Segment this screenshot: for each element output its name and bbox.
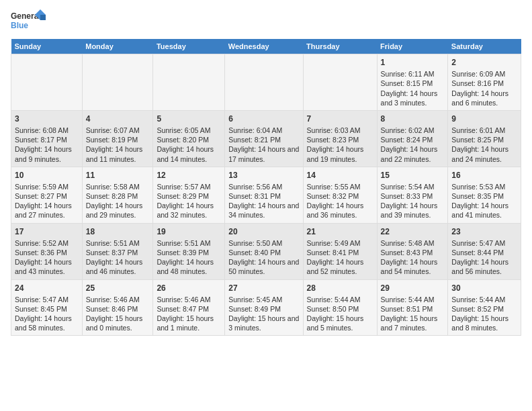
day-number: 22 [381, 226, 445, 237]
day-number: 12 [157, 170, 221, 181]
day-info: Daylight: 14 hours and 19 minutes. [307, 144, 373, 163]
day-info: Sunset: 8:39 PM [157, 248, 221, 257]
day-info: Sunset: 8:17 PM [15, 135, 79, 144]
calendar-cell: 27Sunrise: 5:45 AMSunset: 8:49 PMDayligh… [225, 279, 303, 336]
calendar-cell: 11Sunrise: 5:58 AMSunset: 8:28 PMDayligh… [82, 167, 153, 223]
day-info: Sunrise: 6:07 AM [86, 126, 150, 135]
day-info: Daylight: 14 hours and 29 minutes. [86, 201, 150, 220]
day-number: 28 [307, 283, 373, 293]
day-info: Sunset: 8:27 PM [15, 191, 79, 201]
day-info: Daylight: 14 hours and 56 minutes. [451, 257, 517, 276]
day-info: Sunrise: 5:57 AM [157, 182, 221, 191]
calendar-cell: 1Sunrise: 6:11 AMSunset: 8:15 PMDaylight… [377, 54, 448, 111]
day-info: Sunrise: 6:01 AM [451, 126, 517, 135]
day-number: 15 [381, 170, 445, 181]
calendar-cell: 30Sunrise: 5:44 AMSunset: 8:52 PMDayligh… [448, 279, 521, 336]
day-info: Sunset: 8:28 PM [86, 191, 150, 201]
day-info: Daylight: 14 hours and 22 minutes. [381, 144, 445, 163]
day-info: Daylight: 14 hours and 17 minutes. [228, 144, 299, 163]
day-info: Sunrise: 5:51 AM [157, 238, 221, 248]
day-number: 21 [307, 226, 373, 237]
day-info: Sunrise: 6:05 AM [157, 126, 221, 135]
logo: General Blue [11, 8, 48, 35]
header-day: Thursday [303, 39, 377, 54]
day-info: Sunrise: 6:11 AM [381, 69, 445, 79]
day-info: Daylight: 14 hours and 36 minutes. [307, 201, 373, 220]
day-info: Sunrise: 6:03 AM [307, 126, 373, 135]
calendar-cell: 19Sunrise: 5:51 AMSunset: 8:39 PMDayligh… [153, 223, 225, 279]
calendar-cell [225, 54, 303, 111]
day-info: Sunrise: 5:58 AM [86, 182, 150, 191]
day-info: Daylight: 14 hours and 6 minutes. [451, 89, 517, 107]
day-info: Sunrise: 5:47 AM [451, 238, 517, 248]
day-info: Sunrise: 5:46 AM [157, 295, 221, 304]
day-info: Sunrise: 5:49 AM [307, 238, 373, 248]
calendar-cell: 28Sunrise: 5:44 AMSunset: 8:50 PMDayligh… [303, 279, 377, 336]
day-info: Sunrise: 6:08 AM [15, 126, 79, 135]
day-info: Sunset: 8:47 PM [157, 304, 221, 314]
day-info: Sunset: 8:49 PM [228, 304, 299, 314]
calendar-row: 24Sunrise: 5:47 AMSunset: 8:45 PMDayligh… [11, 279, 521, 336]
calendar-cell: 15Sunrise: 5:54 AMSunset: 8:33 PMDayligh… [377, 167, 448, 223]
header-day: Saturday [448, 39, 521, 54]
day-info: Sunset: 8:15 PM [381, 79, 445, 88]
day-number: 24 [15, 283, 79, 293]
calendar-table: SundayMondayTuesdayWednesdayThursdayFrid… [11, 39, 521, 336]
calendar-row: 17Sunrise: 5:52 AMSunset: 8:36 PMDayligh… [11, 223, 521, 279]
day-info: Daylight: 14 hours and 48 minutes. [157, 257, 221, 276]
day-number: 6 [228, 113, 299, 124]
day-info: Daylight: 14 hours and 34 minutes. [228, 201, 299, 220]
calendar-cell: 6Sunrise: 6:04 AMSunset: 8:21 PMDaylight… [225, 110, 303, 167]
day-number: 23 [451, 226, 517, 237]
calendar-cell: 17Sunrise: 5:52 AMSunset: 8:36 PMDayligh… [11, 223, 83, 279]
header: General Blue [11, 8, 521, 35]
calendar-row: 1Sunrise: 6:11 AMSunset: 8:15 PMDaylight… [11, 54, 521, 111]
header-day: Sunday [11, 39, 83, 54]
day-number: 5 [157, 113, 221, 124]
day-info: Sunset: 8:50 PM [307, 304, 373, 314]
day-info: Sunset: 8:31 PM [228, 191, 299, 201]
calendar-cell: 14Sunrise: 5:55 AMSunset: 8:32 PMDayligh… [303, 167, 377, 223]
day-info: Sunrise: 5:48 AM [381, 238, 445, 248]
day-number: 29 [381, 283, 445, 293]
svg-text:Blue: Blue [11, 21, 28, 30]
calendar-cell: 16Sunrise: 5:53 AMSunset: 8:35 PMDayligh… [448, 167, 521, 223]
day-number: 4 [86, 113, 150, 124]
day-info: Sunset: 8:36 PM [15, 248, 79, 257]
calendar-cell: 13Sunrise: 5:56 AMSunset: 8:31 PMDayligh… [225, 167, 303, 223]
day-info: Sunrise: 5:55 AM [307, 182, 373, 191]
day-number: 19 [157, 226, 221, 237]
day-info: Sunrise: 5:46 AM [86, 295, 150, 304]
calendar-cell: 26Sunrise: 5:46 AMSunset: 8:47 PMDayligh… [153, 279, 225, 336]
day-info: Daylight: 14 hours and 27 minutes. [15, 201, 79, 220]
day-number: 25 [86, 283, 150, 293]
day-number: 8 [381, 113, 445, 124]
calendar-cell: 25Sunrise: 5:46 AMSunset: 8:46 PMDayligh… [82, 279, 153, 336]
day-info: Sunset: 8:43 PM [381, 248, 445, 257]
day-info: Daylight: 14 hours and 52 minutes. [307, 257, 373, 276]
header-row: SundayMondayTuesdayWednesdayThursdayFrid… [11, 39, 521, 54]
day-info: Sunrise: 5:44 AM [307, 295, 373, 304]
header-day: Friday [377, 39, 448, 54]
day-info: Sunrise: 5:53 AM [451, 182, 517, 191]
day-info: Sunrise: 5:50 AM [228, 238, 299, 248]
calendar-cell [11, 54, 83, 111]
day-info: Sunset: 8:41 PM [307, 248, 373, 257]
day-info: Daylight: 14 hours and 24 minutes. [451, 144, 517, 163]
day-number: 3 [15, 113, 79, 124]
calendar-cell [82, 54, 153, 111]
day-info: Daylight: 14 hours and 54 minutes. [381, 257, 445, 276]
header-day: Wednesday [225, 39, 303, 54]
header-day: Monday [82, 39, 153, 54]
calendar-cell: 20Sunrise: 5:50 AMSunset: 8:40 PMDayligh… [225, 223, 303, 279]
day-info: Sunset: 8:33 PM [381, 191, 445, 201]
day-info: Daylight: 14 hours and 39 minutes. [381, 201, 445, 220]
day-info: Sunset: 8:51 PM [381, 304, 445, 314]
calendar-header: SundayMondayTuesdayWednesdayThursdayFrid… [11, 39, 521, 54]
day-info: Daylight: 15 hours and 0 minutes. [86, 314, 150, 332]
day-info: Sunset: 8:24 PM [381, 135, 445, 144]
day-info: Sunrise: 6:04 AM [228, 126, 299, 135]
svg-marker-3 [40, 15, 46, 20]
calendar-cell: 24Sunrise: 5:47 AMSunset: 8:45 PMDayligh… [11, 279, 83, 336]
day-info: Sunset: 8:25 PM [451, 135, 517, 144]
